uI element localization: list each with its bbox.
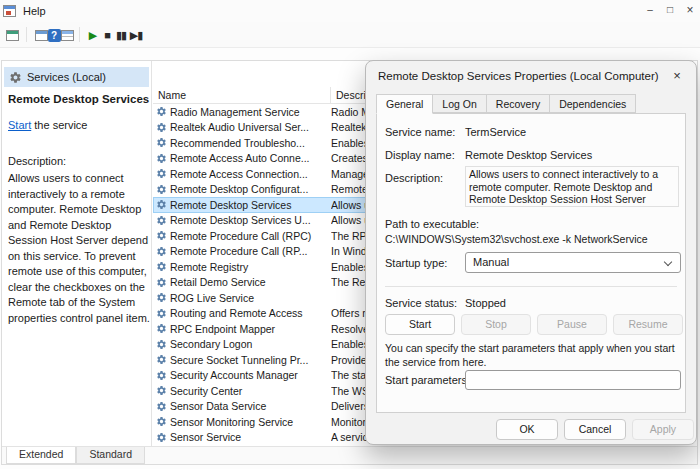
- dialog-title: Remote Desktop Services Properties (Loca…: [378, 70, 659, 82]
- service-name: Remote Access Connection...: [170, 168, 331, 180]
- tab-standard[interactable]: Standard: [76, 447, 145, 464]
- service-gear-icon: [156, 277, 170, 288]
- service-name: Secure Socket Tunneling Pr...: [170, 354, 331, 366]
- service-gear-icon: [156, 153, 170, 164]
- stop-button[interactable]: Stop: [461, 314, 531, 335]
- service-gear-icon: [156, 339, 170, 350]
- service-name: Retail Demo Service: [170, 276, 331, 288]
- service-gear-icon: [156, 292, 170, 303]
- tree-node-services-local[interactable]: Services (Local): [4, 67, 149, 87]
- start-parameters-label: Start parameters:: [385, 374, 470, 386]
- service-name: Remote Access Auto Conne...: [170, 152, 331, 164]
- column-header-name[interactable]: Name: [153, 87, 331, 104]
- start-service-link[interactable]: Start: [8, 119, 31, 131]
- service-name: Radio Management Service: [170, 106, 331, 118]
- export-list-icon[interactable]: [58, 26, 76, 44]
- description-heading: Description:: [8, 155, 66, 167]
- service-gear-icon: [156, 370, 170, 381]
- service-name: Remote Desktop Services: [170, 199, 331, 211]
- dialog-description-box[interactable]: Allows users to connect interactively to…: [465, 166, 679, 207]
- service-status-value: Stopped: [465, 297, 506, 309]
- start-parameters-input[interactable]: [465, 370, 681, 390]
- startup-type-select[interactable]: Manual: [465, 252, 681, 273]
- service-description-text: Allows users to connect interactively to…: [8, 171, 150, 326]
- play-icon: ▶: [89, 29, 97, 42]
- startup-type-value: Manual: [473, 256, 509, 268]
- action-suffix: the service: [31, 119, 87, 131]
- service-gear-icon: [156, 354, 170, 365]
- ok-button[interactable]: OK: [496, 419, 558, 440]
- service-name: Remote Registry: [170, 261, 331, 273]
- console-window-icon: [6, 30, 19, 41]
- tab-recovery[interactable]: Recovery: [486, 94, 550, 113]
- console-tree-pane: Services (Local) Remote Desktop Services…: [2, 61, 152, 446]
- service-gear-icon: [156, 168, 170, 179]
- service-gear-icon: [156, 432, 170, 443]
- toolbar: ? ▶ ■ ▮▮ ▶▮: [0, 22, 700, 48]
- view-tabs: Extended Standard: [2, 446, 697, 464]
- properties-dialog: Remote Desktop Services Properties (Loca…: [365, 60, 697, 445]
- maximize-button[interactable]: □: [660, 0, 680, 22]
- stop-icon: ■: [104, 29, 110, 41]
- services-mmc-window: { "window": { "menu_help": "Help", "cont…: [0, 0, 700, 469]
- apply-button[interactable]: Apply: [632, 419, 694, 440]
- table-glyph-icon: [61, 30, 74, 41]
- path-to-executable-value: C:\WINDOWS\System32\svchost.exe -k Netwo…: [385, 233, 648, 245]
- pause-icon: ▮▮: [116, 29, 126, 42]
- resume-button[interactable]: Resume: [613, 314, 683, 335]
- window-controls: – □ ×: [640, 0, 700, 22]
- path-to-executable-label: Path to executable:: [385, 218, 479, 230]
- service-name: Sensor Service: [170, 431, 331, 443]
- service-name-label: Service name:: [385, 126, 455, 138]
- service-gear-icon: [156, 323, 170, 334]
- start-button[interactable]: Start: [385, 314, 455, 335]
- chevron-down-icon: [664, 258, 672, 266]
- display-name-value: Remote Desktop Services: [465, 149, 592, 161]
- service-gear-icon: [156, 261, 170, 272]
- cancel-button[interactable]: Cancel: [564, 419, 626, 440]
- extended-panel-title: Remote Desktop Services: [8, 93, 150, 105]
- service-name: Security Center: [170, 385, 331, 397]
- display-name-label: Display name:: [385, 149, 455, 161]
- service-name: Security Accounts Manager: [170, 369, 331, 381]
- service-gear-icon: [156, 106, 170, 117]
- pause-button[interactable]: Pause: [537, 314, 607, 335]
- service-action-line: Start the service: [8, 119, 150, 131]
- general-tab-page: Service name: TermService Display name: …: [376, 113, 686, 413]
- close-button[interactable]: ×: [680, 0, 700, 22]
- tab-extended[interactable]: Extended: [6, 447, 76, 464]
- console-icon[interactable]: [3, 26, 21, 44]
- service-gear-icon: [156, 401, 170, 412]
- service-name: Remote Desktop Services U...: [170, 214, 331, 226]
- service-name: Routing and Remote Access: [170, 307, 331, 319]
- service-name: Remote Procedure Call (RP...: [170, 245, 331, 257]
- restart-service-icon[interactable]: ▶▮: [127, 26, 145, 44]
- service-name: ROG Live Service: [170, 292, 331, 304]
- service-name: Recommended Troublesho...: [170, 137, 331, 149]
- service-gear-icon: [156, 199, 170, 210]
- service-name: Sensor Monitoring Service: [170, 416, 331, 428]
- start-parameters-hint: You can specify the start parameters tha…: [385, 342, 683, 369]
- service-gear-icon: [156, 137, 170, 148]
- service-gear-icon: [156, 416, 170, 427]
- service-gear-icon: [156, 122, 170, 133]
- startup-type-label: Startup type:: [385, 257, 447, 269]
- tab-dependencies[interactable]: Dependencies: [549, 94, 636, 113]
- dialog-close-button[interactable]: ×: [664, 65, 690, 87]
- service-name: Secondary Logon: [170, 338, 331, 350]
- minimize-button[interactable]: –: [640, 0, 660, 22]
- toolbar-separator: [79, 27, 80, 42]
- service-gear-icon: [156, 308, 170, 319]
- service-name: Remote Procedure Call (RPC): [170, 230, 331, 242]
- service-gear-icon: [156, 230, 170, 241]
- service-name: RPC Endpoint Mapper: [170, 323, 331, 335]
- tab-general[interactable]: General: [376, 94, 433, 114]
- restart-icon: ▶▮: [130, 29, 143, 42]
- menu-help[interactable]: Help: [18, 3, 51, 19]
- description-label: Description:: [385, 172, 443, 184]
- dialog-tabs: General Log On Recovery Dependencies: [376, 94, 635, 114]
- service-gear-icon: [156, 184, 170, 195]
- tab-log-on[interactable]: Log On: [432, 94, 486, 113]
- services-gear-icon: [9, 71, 22, 84]
- service-name-value: TermService: [465, 126, 526, 138]
